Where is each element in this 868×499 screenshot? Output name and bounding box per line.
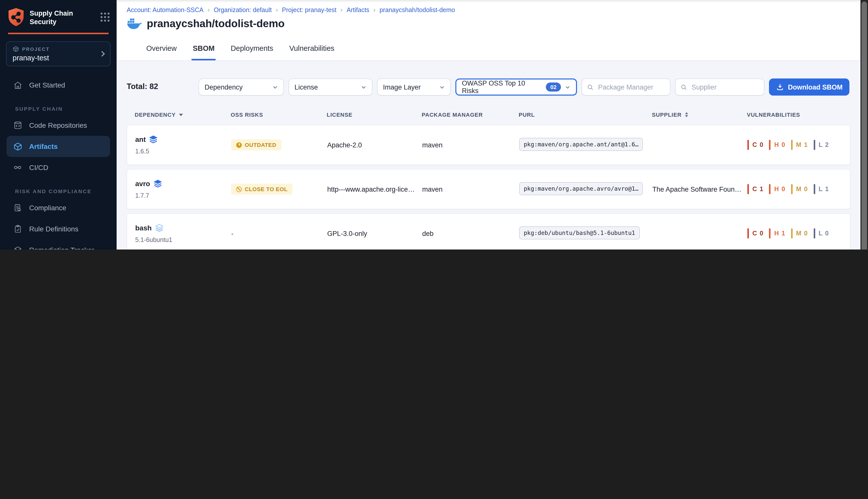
severity-m: M 0	[791, 228, 808, 239]
brand-accent-bar	[8, 33, 109, 34]
sort-icon	[685, 112, 688, 117]
purl-chip[interactable]: pkg:maven/org.apache.avro/avro@1…	[519, 182, 643, 195]
breadcrumb-current[interactable]: pranaycshah/todolist-demo	[379, 6, 455, 13]
column-header-purl: PURL	[519, 112, 652, 118]
purl-cell: pkg:maven/org.apache.ant/ant@1.6…	[519, 137, 652, 152]
package-manager-search-input[interactable]	[597, 83, 665, 91]
severity-bar	[791, 184, 793, 194]
dependency-cell: avro 1.7.7	[135, 179, 231, 199]
clipboard-check-icon	[13, 224, 23, 234]
table-row[interactable]: bash 5.1-6ubuntu1 - GPL-3.0-only deb pkg…	[127, 213, 851, 250]
code-repo-icon	[13, 121, 23, 130]
table-row[interactable]: avro 1.7.7 CLOSE TO EOL http---www.apach…	[127, 169, 851, 209]
scrollbar-thumb[interactable]	[861, 1, 867, 250]
supplier-cell: The Apache Software Foun…	[652, 185, 747, 193]
owasp-risks-filter-select[interactable]: OWASP OSS Top 10 Risks 02	[455, 78, 577, 96]
license-cell: GPL-3.0-only	[327, 230, 422, 237]
oss-risk-badge: CLOSE TO EOL	[231, 184, 293, 195]
severity-count: C 0	[752, 230, 764, 237]
dependency-filter-select[interactable]: Dependency	[199, 78, 284, 96]
brand: Supply Chain Security	[0, 0, 117, 27]
severity-h: H 0	[769, 184, 785, 194]
page-header: Account: Automation-SSCA› Organization: …	[117, 0, 868, 61]
chevron-right-icon	[99, 51, 105, 57]
severity-bar	[769, 140, 771, 150]
filter-count-badge: 02	[546, 83, 561, 92]
severity-bar	[747, 140, 749, 150]
severity-bar	[769, 228, 771, 239]
chevron-down-icon	[439, 84, 445, 90]
severity-l: L 0	[814, 228, 829, 239]
breadcrumb-project[interactable]: Project: pranay-test	[282, 6, 337, 13]
sidebar-item-cicd[interactable]: CI/CD	[0, 157, 117, 178]
oss-risk-badge: OUTDATED	[231, 139, 281, 150]
severity-count: L 1	[819, 186, 829, 193]
severity-bar	[814, 228, 815, 239]
sidebar-section-risk-compliance: RISK AND COMPLIANCE	[0, 178, 117, 197]
sbom-content: Total: 82 Dependency License Image Layer…	[117, 61, 868, 250]
tab-deployments[interactable]: Deployments	[230, 44, 274, 60]
column-header-vulnerabilities: VULNERABILITIES	[747, 112, 851, 118]
vulnerabilities-cell: C 0 H 0 M 1 L 2	[747, 140, 850, 150]
infinity-icon	[13, 162, 23, 172]
column-header-license: LICENSE	[327, 112, 422, 118]
remediation-box-icon	[13, 245, 23, 250]
license-filter-select[interactable]: License	[289, 78, 373, 96]
dependency-name: avro	[135, 179, 150, 187]
apps-grid-icon[interactable]	[101, 13, 110, 22]
download-icon	[776, 83, 784, 91]
chevron-down-icon	[361, 84, 366, 90]
sidebar-item-rule-definitions[interactable]: Rule Definitions	[0, 218, 117, 240]
package-manager-cell: maven	[422, 185, 519, 193]
license-cell: Apache-2.0	[327, 141, 422, 149]
column-header-supplier[interactable]: SUPPLIER	[652, 112, 747, 118]
severity-bar	[747, 184, 749, 194]
severity-count: M 0	[796, 186, 808, 193]
brand-title: Supply Chain Security	[30, 8, 96, 26]
chevron-down-icon	[273, 84, 278, 90]
tab-overview[interactable]: Overview	[145, 44, 178, 60]
oss-risks-cell: OUTDATED	[231, 139, 327, 150]
toolbar: Total: 82 Dependency License Image Layer…	[127, 78, 851, 96]
table-row[interactable]: ant 1.6.5 OUTDATED Apache-2.0 maven pkg:…	[127, 125, 851, 165]
severity-l: L 2	[814, 140, 829, 150]
dependency-version: 5.1-6ubuntu1	[135, 236, 226, 243]
supplier-search-input[interactable]	[691, 83, 759, 91]
purl-chip[interactable]: pkg:deb/ubuntu/bash@5.1-6ubuntu1	[519, 226, 640, 239]
vulnerabilities-cell: C 1 H 0 M 0 L 1	[747, 184, 850, 194]
sidebar-item-code-repositories[interactable]: Code Repositories	[0, 115, 117, 136]
tab-vulnerabilities[interactable]: Vulnerabilities	[288, 44, 335, 60]
column-header-dependency[interactable]: DEPENDENCY	[135, 112, 231, 118]
project-selector[interactable]: PROJECT pranay-test	[6, 41, 111, 66]
breadcrumb-account[interactable]: Account: Automation-SSCA	[127, 6, 203, 13]
purl-cell: pkg:maven/org.apache.avro/avro@1…	[519, 182, 652, 196]
severity-count: M 1	[796, 141, 808, 148]
tab-sbom[interactable]: SBOM	[192, 44, 216, 60]
breadcrumb-organization[interactable]: Organization: default	[214, 6, 272, 13]
breadcrumb-artifacts[interactable]: Artifacts	[347, 6, 369, 13]
download-sbom-button[interactable]: Download SBOM	[769, 78, 850, 96]
sidebar: Supply Chain Security PROJECT pranay-tes	[0, 0, 117, 250]
sidebar-item-artifacts[interactable]: Artifacts	[7, 136, 110, 157]
dependency-name: bash	[135, 223, 152, 232]
app-root: Supply Chain Security PROJECT pranay-tes	[0, 0, 868, 250]
severity-bar	[747, 228, 749, 239]
search-icon	[587, 83, 594, 91]
sidebar-item-get-started[interactable]: Get Started	[0, 74, 117, 96]
sidebar-item-remediation-tracker[interactable]: Remediation Tracker	[0, 240, 117, 250]
package-manager-cell: deb	[422, 230, 519, 237]
severity-count: L 0	[819, 230, 829, 237]
image-layer-filter-select[interactable]: Image Layer	[377, 78, 451, 96]
dependency-cell: bash 5.1-6ubuntu1	[135, 223, 231, 243]
document-search-icon	[13, 203, 23, 212]
dependency-version: 1.6.5	[135, 148, 226, 155]
severity-count: H 0	[774, 141, 785, 148]
severity-count: L 2	[819, 141, 829, 148]
dependency-table-body: ant 1.6.5 OUTDATED Apache-2.0 maven pkg:…	[127, 125, 851, 250]
purl-chip[interactable]: pkg:maven/org.apache.ant/ant@1.6…	[519, 137, 643, 151]
severity-c: C 1	[747, 184, 764, 194]
sidebar-item-compliance[interactable]: Compliance	[0, 197, 117, 218]
risk-none: -	[231, 230, 234, 237]
severity-bar	[814, 184, 815, 194]
purl-cell: pkg:deb/ubuntu/bash@5.1-6ubuntu1	[519, 226, 652, 241]
